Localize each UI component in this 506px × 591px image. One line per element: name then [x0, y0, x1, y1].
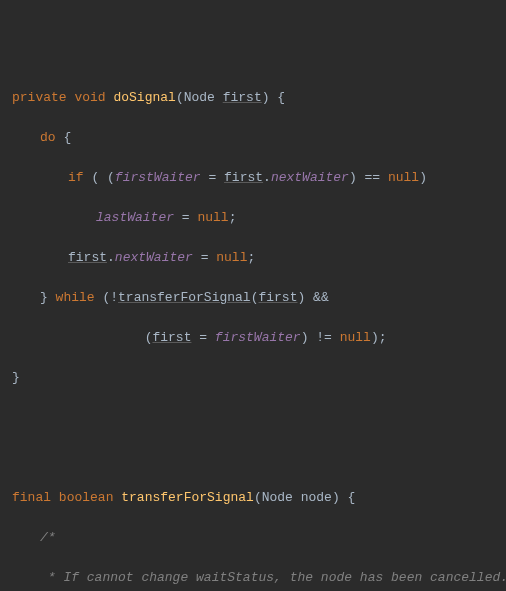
- code-line: }: [12, 368, 494, 388]
- code-line: do {: [12, 128, 494, 148]
- code-line: private void doSignal(Node first) {: [12, 88, 494, 108]
- code-line: if ( (firstWaiter = first.nextWaiter) ==…: [12, 168, 494, 188]
- code-editor[interactable]: private void doSignal(Node first) { do {…: [12, 88, 494, 591]
- code-line: first.nextWaiter = null;: [12, 248, 494, 268]
- comment-line: /*: [12, 528, 494, 548]
- code-line: (first = firstWaiter) != null);: [12, 328, 494, 348]
- code-line: final boolean transferForSignal(Node nod…: [12, 488, 494, 508]
- code-line: lastWaiter = null;: [12, 208, 494, 228]
- blank-line: [12, 448, 494, 468]
- comment-line: * If cannot change waitStatus, the node …: [12, 568, 494, 588]
- blank-line: [12, 408, 494, 428]
- code-line: } while (!transferForSignal(first) &&: [12, 288, 494, 308]
